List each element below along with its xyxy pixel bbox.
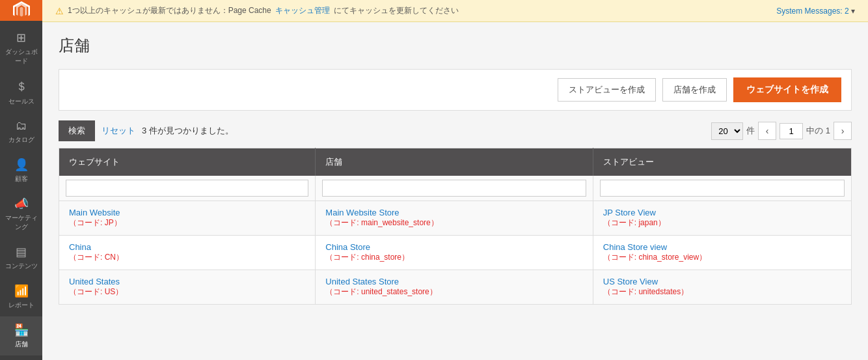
page-total: 中の 1 [806,125,830,137]
search-button[interactable]: 検索 [59,120,95,141]
notice-left: ⚠ 1つ以上のキャッシュが最新ではありません：Page Cache キャッシュ管… [55,5,459,16]
filter-store-view-input[interactable] [600,180,845,197]
sidebar-item-system[interactable]: ⚙ システム [0,355,42,360]
marketing-icon: 📣 [14,197,29,211]
website-link[interactable]: China [69,242,91,252]
next-page-button[interactable]: › [834,122,852,140]
pagination: 20 30 50 件 ‹ 1 中の 1 › [711,122,852,140]
store-view-link[interactable]: US Store View [603,277,658,286]
page-title: 店舗 [59,35,852,56]
toolbar: ストアビューを作成 店舗を作成 ウェブサイトを作成 [59,69,852,111]
sidebar-item-label: セールス [8,97,34,106]
store-code: （コード: united_states_store） [325,286,582,298]
website-cell: Main Website （コード: JP） [59,201,316,236]
notice-right: System Messages: 2 ▾ [776,7,855,16]
notice-text-after: にてキャッシュを更新してください [334,5,459,16]
sidebar-item-label: 顧客 [15,174,28,184]
warning-icon: ⚠ [55,6,64,16]
sidebar-item-stores[interactable]: 🏪 店舗 [0,316,42,355]
sidebar-item-marketing[interactable]: 📣 マーケティング [0,190,42,238]
content-icon: ▤ [16,245,27,259]
website-link[interactable]: United States [69,277,120,286]
create-store-button[interactable]: 店舗を作成 [662,78,727,102]
system-messages-arrow[interactable]: ▾ [851,7,855,16]
per-page-label: 件 [746,125,755,137]
filter-store-view-cell [593,176,851,201]
sales-icon: ＄ [16,79,27,94]
current-page-input[interactable]: 1 [780,123,803,139]
sidebar-item-label: カタログ [8,135,34,145]
notice-cache-link[interactable]: キャッシュ管理 [275,5,330,16]
col-store-view: ストアビュー [593,148,851,176]
store-cell: Main Website Store （コード: main_website_st… [316,201,593,236]
sidebar-item-label: レポート [8,301,34,310]
magento-logo[interactable] [0,0,42,21]
sidebar-item-label: コンテンツ [5,262,38,271]
search-bar-row: 検索 リセット 3 件が見つかりました。 20 30 50 件 ‹ 1 中の 1… [59,120,852,141]
content-area: 店舗 ストアビューを作成 店舗を作成 ウェブサイトを作成 検索 リセット 3 件… [42,22,868,360]
per-page-select[interactable]: 20 30 50 [711,122,743,140]
website-code: （コード: US） [69,286,305,298]
col-store: 店舗 [316,148,593,176]
table-row: United States （コード: US） United States St… [59,270,852,305]
sidebar-item-customers[interactable]: 👤 顧客 [0,151,42,190]
sidebar: ⊞ ダッシュボード ＄ セールス 🗂 カタログ 👤 顧客 📣 マーケティング ▤… [0,0,42,360]
col-website: ウェブサイト [59,148,316,176]
store-link[interactable]: Main Website Store [325,208,399,217]
sidebar-item-content[interactable]: ▤ コンテンツ [0,238,42,277]
sidebar-item-label: マーケティング [3,214,39,232]
store-link[interactable]: China Store [325,242,370,252]
create-store-view-button[interactable]: ストアビューを作成 [558,78,656,102]
table-header-row: ウェブサイト 店舗 ストアビュー [59,148,852,176]
table-row: China （コード: CN） China Store （コード: china_… [59,236,852,270]
website-cell: United States （コード: US） [59,270,316,305]
store-cell: China Store （コード: china_store） [316,236,593,270]
sidebar-item-label: ダッシュボード [3,48,39,66]
store-view-cell: China Store view （コード: china_store_view） [593,236,851,270]
store-code: （コード: china_store） [325,252,582,263]
store-cell: United States Store （コード: united_states_… [316,270,593,305]
filter-website-input[interactable] [66,180,308,197]
filter-website-cell [59,176,316,201]
table-row: Main Website （コード: JP） Main Website Stor… [59,201,852,236]
website-code: （コード: CN） [69,252,305,263]
filter-store-input[interactable] [322,180,586,197]
stores-icon: 🏪 [14,323,29,337]
sidebar-item-sales[interactable]: ＄ セールス [0,72,42,113]
result-count: 3 件が見つかりました。 [142,125,234,137]
store-view-cell: US Store View （コード: unitedstates） [593,270,851,305]
sidebar-item-reports[interactable]: 📶 レポート [0,277,42,316]
store-link[interactable]: United States Store [325,277,399,286]
website-cell: China （コード: CN） [59,236,316,270]
system-messages-label[interactable]: System Messages: 2 [776,7,848,16]
website-link[interactable]: Main Website [69,208,120,217]
filter-store-cell [316,176,593,201]
reports-icon: 📶 [14,284,29,298]
store-view-code: （コード: china_store_view） [603,252,841,263]
website-code: （コード: JP） [69,217,305,228]
create-website-button[interactable]: ウェブサイトを作成 [733,77,841,102]
customers-icon: 👤 [14,158,29,172]
store-view-link[interactable]: China Store view [603,242,667,252]
sidebar-item-label: 店舗 [15,340,28,349]
store-code: （コード: main_website_store） [325,217,582,228]
catalog-icon: 🗂 [16,119,27,133]
store-view-cell: JP Store View （コード: japan） [593,201,851,236]
stores-table: ウェブサイト 店舗 ストアビュー [59,148,852,305]
dashboard-icon: ⊞ [16,31,26,45]
prev-page-button[interactable]: ‹ [758,122,776,140]
main-content: ⚠ 1つ以上のキャッシュが最新ではありません：Page Cache キャッシュ管… [42,0,868,360]
notice-text-before: 1つ以上のキャッシュが最新ではありません：Page Cache [68,5,271,16]
store-view-link[interactable]: JP Store View [603,208,656,217]
notice-bar: ⚠ 1つ以上のキャッシュが最新ではありません：Page Cache キャッシュ管… [42,0,868,22]
sidebar-item-dashboard[interactable]: ⊞ ダッシュボード [0,24,42,72]
store-view-code: （コード: unitedstates） [603,286,841,298]
sidebar-item-catalog[interactable]: 🗂 カタログ [0,113,42,151]
reset-button[interactable]: リセット [102,125,135,137]
store-view-code: （コード: japan） [603,217,841,228]
table-filter-row [59,176,852,201]
